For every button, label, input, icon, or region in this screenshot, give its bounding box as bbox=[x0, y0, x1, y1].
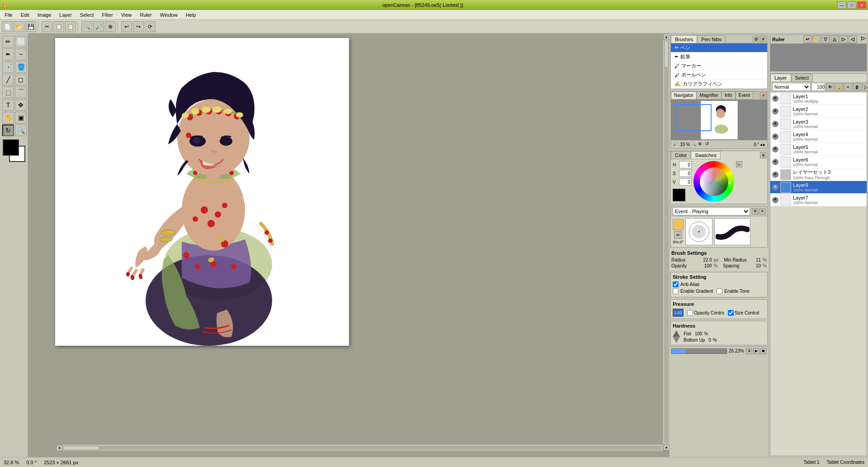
ruler-btn2[interactable]: 📐 bbox=[812, 35, 821, 43]
layer-item[interactable]: 👁 Layer5 100% Normal bbox=[770, 143, 867, 156]
move-tool[interactable]: ✥ bbox=[15, 99, 27, 111]
menu-file[interactable]: File bbox=[1, 11, 16, 19]
cut-button[interactable]: ✂ bbox=[42, 21, 52, 32]
maximize-button[interactable]: □ bbox=[847, 1, 856, 9]
line-tool[interactable]: ╱ bbox=[2, 74, 14, 86]
layer-eye-icon[interactable]: 👁 bbox=[772, 172, 778, 178]
menu-filter[interactable]: Filter bbox=[98, 11, 116, 19]
zoom-fit-button[interactable]: ⊕ bbox=[105, 21, 116, 32]
brushes-tab[interactable]: Brushes bbox=[671, 35, 697, 43]
brush-item-pen[interactable]: ✏ ペン bbox=[671, 43, 767, 52]
shape-tool[interactable]: ◻ bbox=[15, 74, 27, 86]
eyedropper-tool[interactable]: 💉 bbox=[2, 61, 14, 73]
event-settings-btn[interactable]: ⚙ bbox=[752, 208, 758, 214]
brush-item-ballpen[interactable]: 🖋 ボールペン bbox=[671, 71, 767, 80]
ruler-btn6[interactable]: ◁ bbox=[849, 35, 857, 43]
pen-tool[interactable]: ✏ bbox=[2, 36, 14, 48]
angle-right-btn[interactable]: ▸ bbox=[763, 142, 765, 147]
v-input[interactable]: 0 bbox=[679, 178, 692, 186]
rotate-tool[interactable]: ↻ bbox=[2, 124, 14, 136]
enable-gradient-checkbox[interactable] bbox=[673, 288, 679, 294]
redo2-button[interactable]: ⟳ bbox=[145, 21, 156, 32]
pen-nibs-tab[interactable]: Pen Nibs bbox=[697, 35, 726, 43]
open-button[interactable]: 📂 bbox=[14, 21, 24, 32]
canvas-area[interactable]: ◂ ▸ ▴ ▾ bbox=[28, 33, 669, 457]
zoom-out-button[interactable]: 🔎 bbox=[93, 21, 104, 32]
vscroll-thumb[interactable] bbox=[664, 41, 669, 68]
zoom-fit-icon[interactable]: ⊕ bbox=[698, 141, 704, 148]
hand-tool[interactable]: ✋ bbox=[2, 112, 14, 124]
menu-view[interactable]: View bbox=[118, 11, 136, 19]
scroll-left-button[interactable]: ◂ bbox=[56, 445, 62, 451]
event-pencil-btn[interactable]: ✏ bbox=[674, 231, 682, 239]
brush-item-calligraphy[interactable]: ✍ カリグラフィペン bbox=[671, 80, 767, 89]
close-button[interactable]: ✕ bbox=[857, 1, 866, 9]
event-close-btn[interactable]: ✕ bbox=[759, 208, 765, 214]
brush-item-pencil[interactable]: ✒ 鉛筆 bbox=[671, 52, 767, 62]
enable-tone-checkbox[interactable] bbox=[717, 288, 722, 294]
layer-eye-icon[interactable]: 👁 bbox=[772, 184, 778, 191]
layer-item[interactable]: 👁 Layer3 100% Normal bbox=[770, 118, 867, 130]
layer-lock-btn[interactable]: 🔒 bbox=[835, 83, 843, 91]
magnifier-tab[interactable]: Magnifier bbox=[697, 91, 722, 100]
paste-button[interactable]: 📋 bbox=[65, 21, 76, 32]
event-nav-tab[interactable]: Event bbox=[736, 91, 754, 100]
menu-help[interactable]: Help bbox=[182, 11, 200, 19]
layer-item[interactable]: 👁 Layer2 100% Normal bbox=[770, 105, 867, 118]
progress-stop-btn[interactable]: ⏹ bbox=[760, 348, 767, 354]
navigator-tab[interactable]: Navigator bbox=[671, 91, 697, 100]
brush-item-marker[interactable]: 🖊 マーカー bbox=[671, 62, 767, 71]
select-tab[interactable]: Select bbox=[791, 74, 813, 82]
layer-expand-btn[interactable]: ▷ bbox=[862, 83, 868, 91]
ruler-btn1[interactable]: ↩ bbox=[803, 35, 811, 43]
copy-button[interactable]: 📋 bbox=[53, 21, 64, 32]
blend-mode-select[interactable]: Normal Multiply Pass Through bbox=[772, 83, 811, 91]
zoom-reset-icon[interactable]: ↺ bbox=[705, 141, 712, 148]
gradient-tool[interactable]: ▣ bbox=[15, 112, 27, 124]
layer-eye-icon[interactable]: 👁 bbox=[772, 133, 778, 140]
black-swatch[interactable] bbox=[673, 189, 685, 201]
swatches-tab[interactable]: Swatches bbox=[691, 151, 721, 159]
layer-eye-icon[interactable]: 👁 bbox=[772, 159, 778, 165]
nav-pin-btn[interactable]: 📌 bbox=[760, 92, 766, 99]
layer-eye-icon[interactable]: 👁 bbox=[772, 95, 778, 102]
ruler-btn4[interactable]: △ bbox=[830, 35, 839, 43]
scroll-thumb[interactable] bbox=[63, 446, 99, 450]
zoom-in-icon[interactable]: 🔍 bbox=[691, 141, 697, 148]
event-color-swatch[interactable] bbox=[673, 219, 684, 230]
pencil-tool[interactable]: ✒ bbox=[2, 48, 14, 60]
size-control-checkbox[interactable] bbox=[728, 310, 734, 316]
fill-tool[interactable]: 🪣 bbox=[15, 61, 27, 73]
eraser-tool[interactable]: ⬜ bbox=[15, 36, 27, 48]
layer-eye-icon[interactable]: 👁 bbox=[772, 146, 778, 152]
layer-item[interactable]: 👁 Layer4 100% Normal bbox=[770, 130, 867, 143]
blur-tool[interactable]: ~ bbox=[15, 48, 27, 60]
progress-pause-btn[interactable]: ⏸ bbox=[746, 348, 752, 354]
text-tool[interactable]: T bbox=[2, 99, 14, 111]
select-lasso-tool[interactable]: ⌒ bbox=[15, 86, 27, 98]
layer-eye-icon[interactable]: 👁 bbox=[772, 197, 778, 203]
ruler-btn3[interactable]: ▽ bbox=[821, 35, 830, 43]
menu-layer[interactable]: Layer bbox=[56, 11, 75, 19]
layer-item-selected[interactable]: 👁 Layer9 100% Normal bbox=[770, 181, 867, 194]
horizontal-scrollbar[interactable]: ◂ ▸ bbox=[56, 444, 669, 451]
menu-window[interactable]: Window bbox=[156, 11, 181, 19]
select-rect-tool[interactable]: ⬚ bbox=[2, 86, 14, 98]
pressure-value-btn[interactable]: 1.62 bbox=[673, 309, 684, 317]
minimize-button[interactable]: — bbox=[837, 1, 846, 9]
vertical-scrollbar[interactable]: ▴ ▾ bbox=[663, 33, 669, 451]
layer-visible-btn[interactable]: 👁 bbox=[826, 83, 834, 91]
layer-add-btn[interactable]: + bbox=[844, 83, 852, 91]
brushes-settings-btn[interactable]: ⚙ bbox=[753, 36, 759, 42]
brushes-close-btn[interactable]: ✕ bbox=[760, 36, 766, 42]
layer-eye-icon[interactable]: 👁 bbox=[772, 108, 778, 114]
h-input[interactable]: 0 bbox=[679, 161, 692, 168]
scroll-down-button[interactable]: ▾ bbox=[663, 444, 670, 451]
undo-button[interactable]: ↩ bbox=[121, 21, 132, 32]
color-tab[interactable]: Color bbox=[671, 151, 691, 159]
zoom-out-icon[interactable]: 🔎 bbox=[673, 141, 679, 148]
save-button[interactable]: 💾 bbox=[25, 21, 36, 32]
layer-item[interactable]: 👁 レイヤーセット3 100% Pass Through bbox=[770, 168, 867, 181]
menu-ruler[interactable]: Ruler bbox=[137, 11, 156, 19]
redo-button[interactable]: ↪ bbox=[133, 21, 144, 32]
